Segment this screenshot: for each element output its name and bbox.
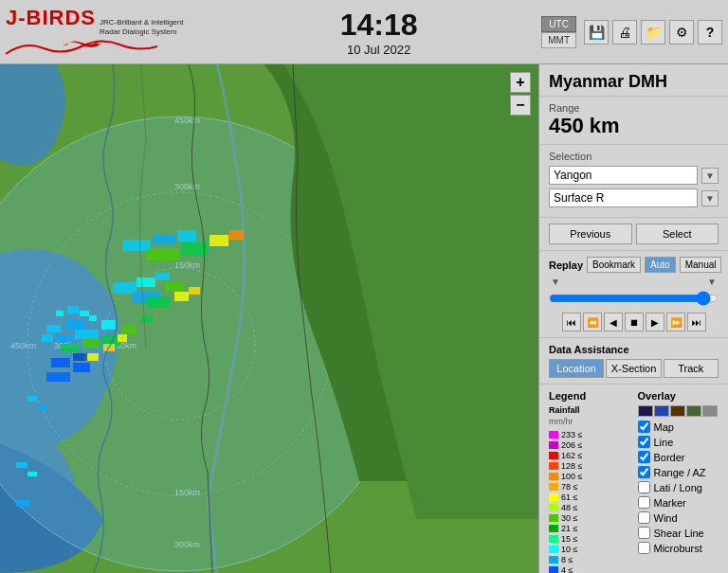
zoom-out-button[interactable]: − [510, 95, 531, 116]
radar-map: 450km 300km 150km 150km 300km 450km 450k… [0, 64, 538, 573]
settings-button[interactable]: ⚙ [669, 20, 694, 45]
svg-rect-48 [146, 249, 179, 260]
overlay-item-label: Range / AZ [654, 467, 706, 478]
overlay-checkbox[interactable] [638, 421, 650, 433]
time-area: 14:18 10 Jul 2022 [224, 8, 534, 57]
help-button[interactable]: ? [698, 20, 722, 45]
overlay-checkbox[interactable] [638, 511, 650, 524]
auto-button[interactable]: Auto [645, 257, 676, 273]
svg-rect-55 [27, 472, 37, 476]
save-button[interactable]: 💾 [584, 20, 609, 45]
product-select-arrow[interactable]: ▼ [701, 190, 719, 206]
overlay-item-label: Shear Line [654, 528, 704, 539]
svg-rect-53 [39, 405, 46, 410]
svg-rect-19 [65, 320, 84, 330]
xsection-tab[interactable]: X-Section [606, 359, 661, 378]
bookmark-button[interactable]: Bookmark [587, 257, 641, 273]
replay-slider[interactable] [549, 291, 719, 306]
svg-rect-50 [209, 235, 228, 246]
product-select[interactable]: Surface R [549, 188, 698, 207]
replay-section: Replay Bookmark Auto Manual ▼ ▼ ⏮ ⏪ [539, 251, 728, 338]
manual-button[interactable]: Manual [680, 257, 722, 273]
selection-label: Selection [549, 151, 719, 162]
utc-button[interactable]: UTC [541, 16, 576, 32]
overlay-item: Marker [638, 496, 719, 509]
time-display: 14:18 [340, 8, 418, 43]
overlay-item-label: Marker [654, 497, 686, 509]
range-label: Range [549, 102, 620, 114]
data-assist-label: Data Assistance [549, 344, 719, 355]
track-tab[interactable]: Track [664, 359, 719, 378]
stop-button[interactable]: ⏹ [625, 313, 644, 331]
zoom-controls: + − [510, 72, 531, 116]
svg-rect-35 [46, 372, 70, 382]
svg-rect-20 [89, 315, 97, 321]
skip-to-start-button[interactable]: ⏮ [562, 313, 581, 331]
right-panel: Myanmar DMH Range 450 km Selection Yango… [538, 64, 728, 573]
legend-items: 233 ≤206 ≤162 ≤128 ≤100 ≤78 ≤61 ≤48 ≤30 … [549, 430, 630, 573]
overlay-items: MapLineBorderRange / AZLati / LongMarker… [638, 421, 719, 554]
svg-rect-23 [75, 330, 99, 339]
map-area[interactable]: 450km 300km 150km 150km 300km 450km 450k… [0, 64, 538, 573]
rewind-fast-button[interactable]: ⏪ [583, 313, 602, 331]
replay-header: Replay Bookmark Auto Manual [549, 257, 719, 273]
overlay-checkbox[interactable] [638, 481, 650, 493]
overlay-checkbox[interactable] [638, 496, 650, 509]
product-select-row: Surface R ▼ [549, 188, 719, 207]
legend-item: 8 ≤ [549, 555, 630, 564]
print-button[interactable]: 🖨 [612, 20, 637, 45]
data-assist-section: Data Assistance Location X-Section Track [539, 338, 728, 385]
svg-rect-47 [177, 230, 196, 242]
svg-rect-46 [153, 235, 176, 244]
slider-left-triangle: ▼ [551, 277, 560, 287]
overlay-header: Overlay [638, 390, 719, 402]
swatch-4 [686, 405, 701, 417]
playback-controls: ⏮ ⏪ ◀ ⏹ ▶ ⏩ ⏭ [549, 313, 719, 331]
svg-text:450km: 450km [10, 341, 36, 350]
mmt-button[interactable]: MMT [541, 32, 576, 48]
svg-rect-54 [16, 462, 27, 468]
overlay-swatches [638, 405, 719, 417]
play-button[interactable]: ▶ [646, 313, 664, 331]
station-select-arrow[interactable]: ▼ [701, 168, 719, 184]
location-tab[interactable]: Location [549, 359, 604, 378]
legend-column: Legend Rainfall mm/hr 233 ≤206 ≤162 ≤128… [549, 390, 630, 573]
svg-text:450km: 450km [174, 116, 200, 125]
date-display: 10 Jul 2022 [347, 43, 410, 57]
svg-rect-52 [27, 396, 37, 402]
svg-rect-34 [73, 353, 87, 361]
overlay-checkbox[interactable] [638, 466, 650, 478]
skip-to-end-button[interactable]: ⏭ [687, 313, 706, 331]
logo-bird-icon [6, 37, 157, 58]
svg-rect-24 [101, 320, 116, 330]
app: J-BIRDS JRC-Brilliant & Intelligent Rada… [0, 0, 728, 573]
select-button[interactable]: Select [636, 224, 719, 244]
rewind-button[interactable]: ◀ [604, 313, 623, 331]
station-name: Myanmar DMH [539, 64, 728, 97]
svg-rect-56 [16, 500, 30, 507]
overlay-checkbox[interactable] [638, 436, 650, 448]
overlay-item-label: Map [654, 421, 674, 433]
legend-item: 21 ≤ [549, 524, 630, 533]
fast-forward-button[interactable]: ⏩ [666, 313, 685, 331]
swatch-5 [702, 405, 718, 417]
overlay-checkbox[interactable] [638, 527, 650, 539]
folder-button[interactable]: 📁 [641, 20, 665, 45]
station-select[interactable]: Yangon [549, 166, 698, 185]
svg-rect-43 [174, 292, 189, 301]
legend-item: 78 ≤ [549, 482, 630, 492]
svg-rect-33 [51, 358, 70, 367]
svg-rect-22 [56, 334, 73, 342]
nav-buttons: Previous Select [539, 218, 728, 251]
rainfall-unit: mm/hr [549, 417, 630, 426]
zoom-in-button[interactable]: + [510, 72, 531, 93]
legend-item: 30 ≤ [549, 513, 630, 523]
main: 450km 300km 150km 150km 300km 450km 450k… [0, 64, 728, 573]
logo-subtitle-line1: JRC-Brilliant & Intelligent [100, 18, 183, 27]
replay-slider-area: ▼ ▼ [549, 277, 719, 309]
overlay-checkbox[interactable] [638, 542, 650, 554]
overlay-column: Overlay MapLineBorderRange / AZLati / Lo… [638, 390, 719, 573]
previous-button[interactable]: Previous [549, 224, 632, 244]
overlay-checkbox[interactable] [638, 451, 650, 463]
svg-text:300km: 300km [174, 540, 200, 549]
